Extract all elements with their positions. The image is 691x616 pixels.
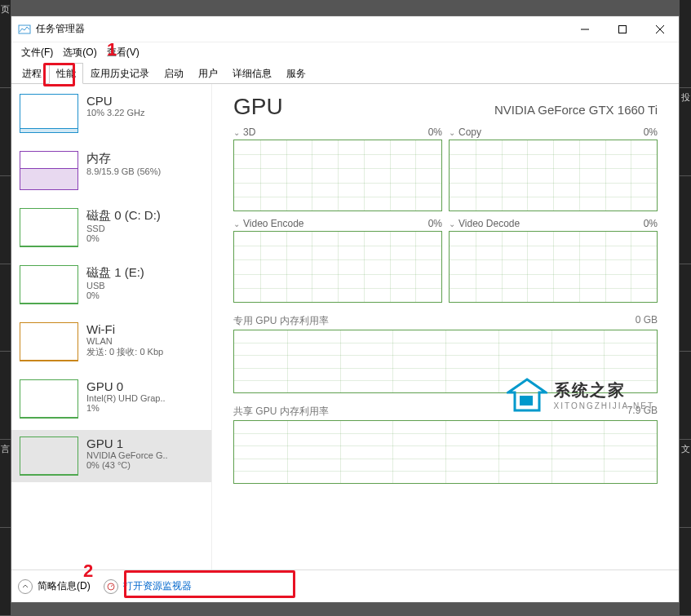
dedicated-mem-graph (233, 330, 658, 393)
tab-应用历史记录[interactable]: 应用历史记录 (83, 63, 157, 84)
performance-sidebar[interactable]: CPU10% 3.22 GHz内存8.9/15.9 GB (56%)磁盘 0 (… (11, 84, 212, 569)
shared-mem-graph (233, 420, 658, 484)
graph-selector-Copy[interactable]: ⌄Copy (449, 126, 481, 138)
tab-详细信息[interactable]: 详细信息 (225, 63, 279, 84)
svg-rect-0 (19, 25, 30, 33)
dedicated-mem-label: 专用 GPU 内存利用率 (233, 314, 329, 328)
menu-file[interactable]: 文件(F) (16, 46, 58, 60)
minimize-button[interactable] (566, 16, 604, 42)
shared-mem-label: 共享 GPU 内存利用率 (233, 405, 329, 419)
graph-Video Decode (449, 231, 658, 303)
sidebar-item-GPU 1[interactable]: GPU 1NVIDIA GeForce G..0% (43 °C) (11, 430, 211, 487)
graph-selector-3D[interactable]: ⌄3D (233, 126, 255, 138)
dedicated-mem-value: 0 GB (636, 314, 658, 328)
window-title: 任务管理器 (36, 22, 566, 36)
sidebar-item-Wi-Fi[interactable]: Wi-FiWLAN发送: 0 接收: 0 Kbp (11, 316, 211, 373)
task-manager-window: 任务管理器 文件(F) 选项(O) 查看(V) 进程性能应用历史记录启动用户详细… (11, 16, 680, 603)
graph-selector-Video Encode[interactable]: ⌄Video Encode (233, 218, 304, 229)
gpu-detail-pane: GPU NVIDIA GeForce GTX 1660 Ti ⌄3D0%⌄Cop… (212, 84, 679, 569)
annotation-number-2: 2 (83, 561, 93, 582)
page-title: GPU (233, 94, 283, 120)
shared-mem-value: 7.9 GB (627, 405, 658, 419)
gpu-name: NVIDIA GeForce GTX 1660 Ti (494, 103, 658, 117)
tab-性能[interactable]: 性能 (49, 63, 83, 84)
close-button[interactable] (641, 16, 679, 42)
app-icon (18, 23, 31, 36)
tab-启动[interactable]: 启动 (157, 63, 191, 84)
chevron-up-icon (18, 579, 33, 594)
sidebar-item-内存[interactable]: 内存8.9/15.9 GB (56%) (11, 144, 211, 202)
svg-rect-2 (619, 25, 627, 33)
tab-进程[interactable]: 进程 (15, 63, 49, 84)
open-resource-monitor-link[interactable]: 打开资源监视器 (104, 579, 192, 594)
tab-bar: 进程性能应用历史记录启动用户详细信息服务 (11, 62, 679, 83)
sidebar-item-磁盘 1 (E:)[interactable]: 磁盘 1 (E:)USB0% (11, 259, 211, 316)
graph-3D (233, 140, 442, 211)
graph-selector-Video Decode[interactable]: ⌄Video Decode (449, 218, 520, 229)
tab-用户[interactable]: 用户 (191, 63, 225, 84)
graph-Video Encode (233, 231, 442, 303)
svg-line-8 (111, 585, 113, 587)
tab-服务[interactable]: 服务 (279, 63, 313, 84)
footer-bar: 简略信息(D) 打开资源监视器 (11, 569, 679, 602)
graph-Copy (449, 140, 658, 211)
gauge-icon (104, 579, 118, 594)
menu-options[interactable]: 选项(O) (58, 46, 101, 60)
sidebar-item-GPU 0[interactable]: GPU 0Intel(R) UHD Grap..1% (11, 373, 211, 430)
sidebar-item-磁盘 0 (C: D:)[interactable]: 磁盘 0 (C: D:)SSD0% (11, 202, 211, 259)
sidebar-item-CPU[interactable]: CPU10% 3.22 GHz (11, 87, 211, 144)
fewer-details-button[interactable]: 简略信息(D) (18, 579, 91, 594)
annotation-number-1: 1 (107, 39, 117, 60)
maximize-button[interactable] (604, 16, 641, 42)
